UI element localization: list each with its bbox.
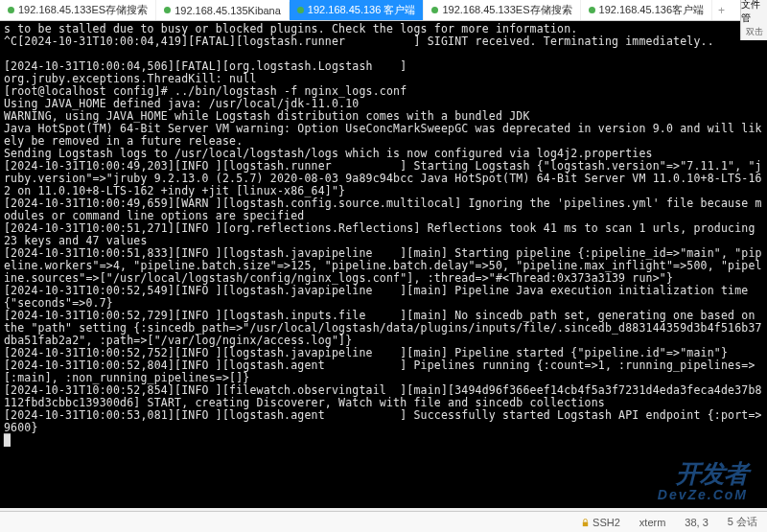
add-tab-button[interactable]: + [712, 4, 731, 17]
terminal-output[interactable]: s to be stalled due to busy or blocked p… [0, 21, 767, 508]
status-bar: SSH2 xterm 38, 3 5 会话 [0, 511, 767, 532]
tab-5[interactable]: 192.168.45.136客户端 [581, 0, 712, 20]
status-dot-icon [8, 7, 14, 13]
watermark: 开发者 DevZe.CoM [658, 463, 748, 505]
status-term: xterm [639, 517, 666, 528]
side-panel-files[interactable]: 文件管 [740, 0, 767, 23]
status-term-label: xterm [639, 517, 666, 528]
status-dot-icon [164, 7, 171, 13]
watermark-line2: DevZe.CoM [658, 484, 748, 505]
tab-bar: 192.168.45.133ES存储搜索 192.168.45.135Kiban… [0, 0, 767, 21]
tab-2[interactable]: 192.168.45.135Kibana [156, 2, 290, 19]
status-sessions-label: 5 会话 [728, 515, 757, 529]
svg-rect-0 [583, 522, 588, 527]
tab-label: 192.168.45.135Kibana [174, 5, 281, 16]
tab-label: 192.168.45.133ES存储搜索 [442, 3, 571, 17]
side-label: 双击 [746, 26, 763, 38]
tab-label: 192.168.45.136客户端 [599, 3, 704, 17]
status-ssh-label: SSH2 [593, 517, 620, 528]
status-sessions: 5 会话 [728, 515, 757, 529]
status-pos-label: 38, 3 [685, 517, 708, 528]
status-dot-icon [431, 7, 438, 13]
tab-label: 192.168.45.133ES存储搜索 [18, 3, 148, 17]
status-position: 38, 3 [685, 517, 708, 528]
side-panel-diff[interactable]: 双击 [740, 23, 767, 40]
tab-3-active[interactable]: 192.168.45.136 客户端 [290, 0, 425, 20]
status-dot-icon [589, 7, 595, 13]
status-dot-icon [297, 7, 304, 13]
side-label: 文件管 [741, 0, 767, 25]
watermark-line1: 开发者 [658, 463, 748, 484]
lock-icon [581, 518, 590, 526]
tab-4[interactable]: 192.168.45.133ES存储搜索 [424, 0, 580, 20]
tab-label: 192.168.45.136 客户端 [308, 3, 416, 17]
status-ssh: SSH2 [581, 517, 620, 528]
tab-1[interactable]: 192.168.45.133ES存储搜索 [0, 0, 156, 20]
